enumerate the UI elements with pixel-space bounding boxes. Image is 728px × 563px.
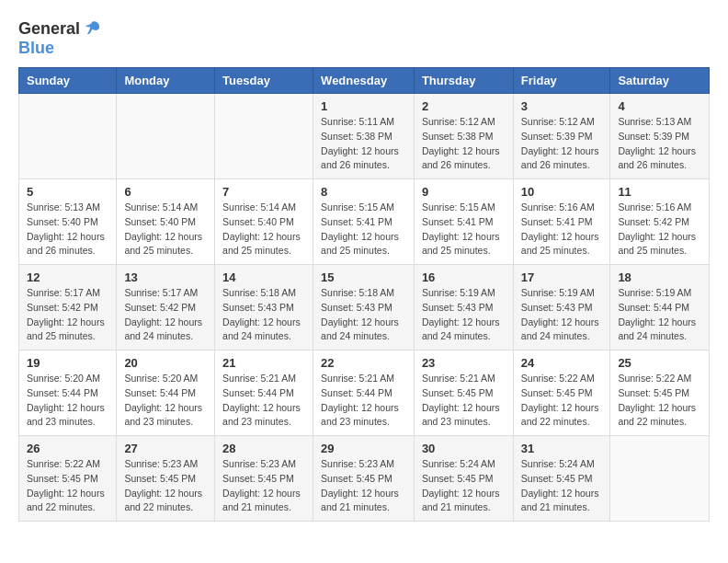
day-number: 4	[618, 99, 701, 113]
day-info: Sunrise: 5:17 AMSunset: 5:42 PMDaylight:…	[27, 286, 108, 344]
day-number: 16	[422, 270, 506, 284]
day-cell-4-4: 30Sunrise: 5:24 AMSunset: 5:45 PMDayligh…	[414, 436, 513, 522]
day-number: 17	[521, 270, 603, 284]
day-cell-0-5: 3Sunrise: 5:12 AMSunset: 5:39 PMDaylight…	[513, 94, 610, 179]
day-cell-2-5: 17Sunrise: 5:19 AMSunset: 5:43 PMDayligh…	[513, 265, 610, 350]
day-cell-1-5: 10Sunrise: 5:16 AMSunset: 5:41 PMDayligh…	[513, 179, 610, 265]
day-number: 29	[321, 442, 406, 455]
day-number: 1	[321, 99, 406, 113]
day-number: 10	[521, 185, 603, 199]
header-tuesday: Tuesday	[215, 68, 313, 94]
day-cell-0-6: 4Sunrise: 5:13 AMSunset: 5:39 PMDaylight…	[610, 94, 710, 179]
week-row-2: 5Sunrise: 5:13 AMSunset: 5:40 PMDaylight…	[19, 179, 710, 265]
header-sunday: Sunday	[19, 68, 117, 94]
day-info: Sunrise: 5:14 AMSunset: 5:40 PMDaylight:…	[222, 201, 305, 259]
day-cell-3-1: 20Sunrise: 5:20 AMSunset: 5:44 PMDayligh…	[117, 350, 215, 436]
day-cell-0-3: 1Sunrise: 5:11 AMSunset: 5:38 PMDaylight…	[313, 94, 415, 179]
day-info: Sunrise: 5:24 AMSunset: 5:45 PMDaylight:…	[422, 457, 506, 515]
day-cell-1-1: 6Sunrise: 5:14 AMSunset: 5:40 PMDaylight…	[117, 179, 215, 265]
day-cell-4-0: 26Sunrise: 5:22 AMSunset: 5:45 PMDayligh…	[19, 436, 117, 522]
day-number: 14	[222, 270, 305, 284]
day-number: 27	[124, 442, 207, 455]
day-cell-2-3: 15Sunrise: 5:18 AMSunset: 5:43 PMDayligh…	[313, 265, 415, 350]
day-cell-3-6: 25Sunrise: 5:22 AMSunset: 5:45 PMDayligh…	[610, 350, 710, 436]
day-number: 2	[422, 99, 506, 113]
weekday-header-row: SundayMondayTuesdayWednesdayThursdayFrid…	[19, 68, 710, 94]
day-number: 15	[321, 270, 406, 284]
day-number: 8	[321, 185, 406, 199]
day-number: 26	[27, 442, 108, 455]
day-info: Sunrise: 5:17 AMSunset: 5:42 PMDaylight:…	[124, 286, 207, 344]
day-info: Sunrise: 5:15 AMSunset: 5:41 PMDaylight:…	[321, 201, 406, 259]
day-info: Sunrise: 5:15 AMSunset: 5:41 PMDaylight:…	[422, 201, 506, 259]
header-monday: Monday	[117, 68, 215, 94]
header-wednesday: Wednesday	[313, 68, 415, 94]
header-saturday: Saturday	[610, 68, 710, 94]
day-info: Sunrise: 5:23 AMSunset: 5:45 PMDaylight:…	[222, 457, 305, 515]
day-cell-4-6	[610, 436, 710, 522]
day-info: Sunrise: 5:21 AMSunset: 5:45 PMDaylight:…	[422, 372, 506, 430]
day-number: 20	[124, 356, 207, 370]
week-row-4: 19Sunrise: 5:20 AMSunset: 5:44 PMDayligh…	[19, 350, 710, 436]
day-cell-2-0: 12Sunrise: 5:17 AMSunset: 5:42 PMDayligh…	[19, 265, 117, 350]
day-number: 7	[222, 185, 305, 199]
day-cell-4-3: 29Sunrise: 5:23 AMSunset: 5:45 PMDayligh…	[313, 436, 415, 522]
day-cell-3-0: 19Sunrise: 5:20 AMSunset: 5:44 PMDayligh…	[19, 350, 117, 436]
day-info: Sunrise: 5:22 AMSunset: 5:45 PMDaylight:…	[27, 457, 108, 515]
day-info: Sunrise: 5:24 AMSunset: 5:45 PMDaylight:…	[521, 457, 603, 515]
day-cell-2-4: 16Sunrise: 5:19 AMSunset: 5:43 PMDayligh…	[414, 265, 513, 350]
calendar-table: SundayMondayTuesdayWednesdayThursdayFrid…	[18, 67, 710, 522]
day-number: 12	[27, 270, 108, 284]
day-info: Sunrise: 5:12 AMSunset: 5:38 PMDaylight:…	[422, 115, 506, 173]
week-row-5: 26Sunrise: 5:22 AMSunset: 5:45 PMDayligh…	[19, 436, 710, 522]
day-cell-0-4: 2Sunrise: 5:12 AMSunset: 5:38 PMDaylight…	[414, 94, 513, 179]
day-number: 24	[521, 356, 603, 370]
day-info: Sunrise: 5:11 AMSunset: 5:38 PMDaylight:…	[321, 115, 406, 173]
day-info: Sunrise: 5:19 AMSunset: 5:43 PMDaylight:…	[422, 286, 506, 344]
day-number: 3	[521, 99, 603, 113]
day-cell-0-0	[19, 94, 117, 179]
day-info: Sunrise: 5:20 AMSunset: 5:44 PMDaylight:…	[27, 372, 108, 430]
day-number: 23	[422, 356, 506, 370]
logo: General Blue	[18, 18, 102, 58]
day-number: 5	[27, 185, 108, 199]
day-cell-1-3: 8Sunrise: 5:15 AMSunset: 5:41 PMDaylight…	[313, 179, 415, 265]
day-info: Sunrise: 5:18 AMSunset: 5:43 PMDaylight:…	[321, 286, 406, 344]
day-cell-4-2: 28Sunrise: 5:23 AMSunset: 5:45 PMDayligh…	[215, 436, 313, 522]
logo-blue-text: Blue	[18, 39, 54, 57]
day-cell-2-1: 13Sunrise: 5:17 AMSunset: 5:42 PMDayligh…	[117, 265, 215, 350]
day-info: Sunrise: 5:16 AMSunset: 5:41 PMDaylight:…	[521, 201, 603, 259]
day-cell-3-3: 22Sunrise: 5:21 AMSunset: 5:44 PMDayligh…	[313, 350, 415, 436]
day-info: Sunrise: 5:12 AMSunset: 5:39 PMDaylight:…	[521, 115, 603, 173]
day-info: Sunrise: 5:23 AMSunset: 5:45 PMDaylight:…	[124, 457, 207, 515]
day-cell-3-5: 24Sunrise: 5:22 AMSunset: 5:45 PMDayligh…	[513, 350, 610, 436]
day-number: 22	[321, 356, 406, 370]
day-info: Sunrise: 5:21 AMSunset: 5:44 PMDaylight:…	[321, 372, 406, 430]
day-number: 9	[422, 185, 506, 199]
day-number: 30	[422, 442, 506, 455]
day-info: Sunrise: 5:23 AMSunset: 5:45 PMDaylight:…	[321, 457, 406, 515]
day-number: 11	[618, 185, 701, 199]
day-number: 18	[618, 270, 701, 284]
header-thursday: Thursday	[414, 68, 513, 94]
day-info: Sunrise: 5:14 AMSunset: 5:40 PMDaylight:…	[124, 201, 207, 259]
header: General Blue	[18, 18, 710, 58]
day-number: 21	[222, 356, 305, 370]
day-info: Sunrise: 5:19 AMSunset: 5:43 PMDaylight:…	[521, 286, 603, 344]
day-info: Sunrise: 5:20 AMSunset: 5:44 PMDaylight:…	[124, 372, 207, 430]
day-cell-1-0: 5Sunrise: 5:13 AMSunset: 5:40 PMDaylight…	[19, 179, 117, 265]
day-info: Sunrise: 5:13 AMSunset: 5:40 PMDaylight:…	[27, 201, 108, 259]
day-cell-0-2	[215, 94, 313, 179]
logo-bird-icon	[82, 18, 102, 39]
week-row-3: 12Sunrise: 5:17 AMSunset: 5:42 PMDayligh…	[19, 265, 710, 350]
day-info: Sunrise: 5:13 AMSunset: 5:39 PMDaylight:…	[618, 115, 701, 173]
day-info: Sunrise: 5:19 AMSunset: 5:44 PMDaylight:…	[618, 286, 701, 344]
day-number: 31	[521, 442, 603, 455]
day-cell-0-1	[117, 94, 215, 179]
day-info: Sunrise: 5:21 AMSunset: 5:44 PMDaylight:…	[222, 372, 305, 430]
day-cell-1-6: 11Sunrise: 5:16 AMSunset: 5:42 PMDayligh…	[610, 179, 710, 265]
day-cell-3-2: 21Sunrise: 5:21 AMSunset: 5:44 PMDayligh…	[215, 350, 313, 436]
day-number: 25	[618, 356, 701, 370]
day-cell-4-5: 31Sunrise: 5:24 AMSunset: 5:45 PMDayligh…	[513, 436, 610, 522]
day-cell-2-2: 14Sunrise: 5:18 AMSunset: 5:43 PMDayligh…	[215, 265, 313, 350]
